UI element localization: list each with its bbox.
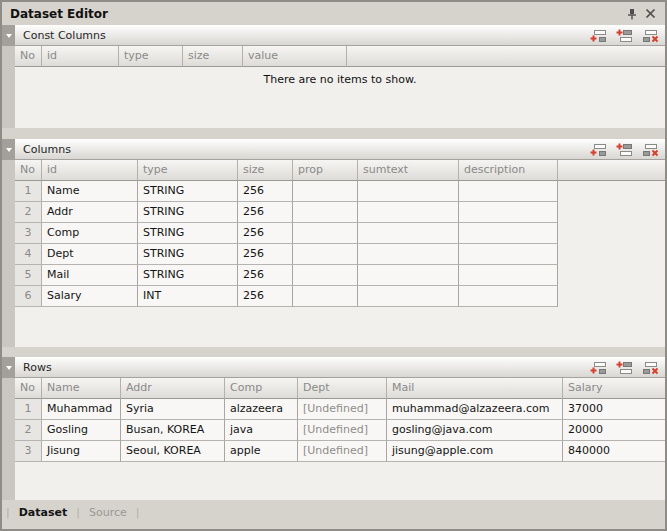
table-row[interactable]: 2 Gosling Busan, KOREA java [Undefined] … <box>15 420 665 441</box>
columns-header: Columns <box>15 139 665 160</box>
name-cell: Gosling <box>42 420 121 441</box>
salary-cell: 840000 <box>563 441 665 462</box>
rows-table-header: No Name Addr Comp Dept Mail Salary <box>15 378 665 399</box>
add-row-icon[interactable] <box>590 361 607 375</box>
tab-separator: | <box>76 506 80 519</box>
dept-cell: [Undefined] <box>298 399 387 420</box>
column-header: description <box>459 160 558 181</box>
id-cell: Name <box>42 181 138 202</box>
const-columns-header: Const Columns <box>15 25 665 46</box>
column-header-filler <box>347 46 665 67</box>
table-row[interactable]: 4 Dept STRING 256 <box>15 244 665 265</box>
collapse-arrow-icon[interactable] <box>2 139 15 160</box>
tab-dataset[interactable]: Dataset <box>19 506 68 519</box>
column-header: Name <box>42 378 121 399</box>
comp-cell: apple <box>225 441 298 462</box>
column-header: Mail <box>387 378 563 399</box>
type-cell: INT <box>138 286 238 307</box>
pin-icon[interactable] <box>623 6 641 22</box>
rows-gutter <box>2 357 15 500</box>
columns-section: Columns <box>2 139 665 347</box>
prop-cell <box>293 223 358 244</box>
rows-table-body: 1 Muhammad Syria alzazeera [Undefined] m… <box>15 399 665 500</box>
sumtext-cell <box>358 223 459 244</box>
size-cell: 256 <box>238 181 293 202</box>
description-cell <box>459 223 558 244</box>
salary-cell: 20000 <box>563 420 665 441</box>
size-cell: 256 <box>238 244 293 265</box>
titlebar: Dataset Editor <box>2 2 665 25</box>
addr-cell: Busan, KOREA <box>121 420 225 441</box>
row-number-cell: 3 <box>15 441 42 462</box>
delete-row-icon[interactable] <box>642 143 659 157</box>
table-row[interactable]: 2 Addr STRING 256 <box>15 202 665 223</box>
collapse-arrow-icon[interactable] <box>2 357 15 378</box>
tab-source[interactable]: Source <box>89 506 127 519</box>
row-number-cell: 6 <box>15 286 42 307</box>
column-header: value <box>243 46 347 67</box>
dept-cell: [Undefined] <box>298 420 387 441</box>
column-header: id <box>42 46 119 67</box>
size-cell: 256 <box>238 202 293 223</box>
section-gap <box>2 347 665 357</box>
add-row-icon[interactable] <box>590 29 607 43</box>
tab-separator: | <box>136 506 140 519</box>
insert-row-icon[interactable] <box>616 143 633 157</box>
description-cell <box>459 202 558 223</box>
columns-table-body: 1 Name STRING 256 2 Addr STRING 256 <box>15 181 665 347</box>
column-header-filler <box>558 160 665 181</box>
column-header: Comp <box>225 378 298 399</box>
tab-separator: | <box>6 506 10 519</box>
row-number-cell: 2 <box>15 202 42 223</box>
id-cell: Mail <box>42 265 138 286</box>
column-header: No <box>15 378 42 399</box>
salary-cell: 37000 <box>563 399 665 420</box>
const-columns-section: Const Columns <box>2 25 665 128</box>
sumtext-cell <box>358 244 459 265</box>
table-row[interactable]: 3 Comp STRING 256 <box>15 223 665 244</box>
delete-row-icon[interactable] <box>642 361 659 375</box>
dataset-editor-panel: Dataset Editor Const Columns <box>0 0 667 531</box>
window-title: Dataset Editor <box>10 7 623 21</box>
row-number-cell: 4 <box>15 244 42 265</box>
insert-row-icon[interactable] <box>616 29 633 43</box>
table-row[interactable]: 6 Salary INT 256 <box>15 286 665 307</box>
mail-cell: gosling@java.com <box>387 420 563 441</box>
comp-cell: alzazeera <box>225 399 298 420</box>
rows-section: Rows <box>2 357 665 500</box>
size-cell: 256 <box>238 286 293 307</box>
column-header: prop <box>293 160 358 181</box>
type-cell: STRING <box>138 265 238 286</box>
insert-row-icon[interactable] <box>616 361 633 375</box>
table-row[interactable]: 1 Muhammad Syria alzazeera [Undefined] m… <box>15 399 665 420</box>
name-cell: Jisung <box>42 441 121 462</box>
sumtext-cell <box>358 265 459 286</box>
table-row[interactable]: 1 Name STRING 256 <box>15 181 665 202</box>
footer-tab-bar: | Dataset | Source | <box>2 500 665 529</box>
column-header: Salary <box>563 378 665 399</box>
column-header: size <box>238 160 293 181</box>
prop-cell <box>293 202 358 223</box>
add-row-icon[interactable] <box>590 143 607 157</box>
row-number-cell: 1 <box>15 399 42 420</box>
id-cell: Salary <box>42 286 138 307</box>
row-number-cell: 1 <box>15 181 42 202</box>
addr-cell: Syria <box>121 399 225 420</box>
comp-cell: java <box>225 420 298 441</box>
sumtext-cell <box>358 202 459 223</box>
description-cell <box>459 286 558 307</box>
rows-header: Rows <box>15 357 665 378</box>
table-row[interactable]: 5 Mail STRING 256 <box>15 265 665 286</box>
delete-row-icon[interactable] <box>642 29 659 43</box>
const-columns-gutter <box>2 25 15 128</box>
column-header: sumtext <box>358 160 459 181</box>
column-header: size <box>183 46 243 67</box>
const-columns-table-body: There are no items to show. <box>15 67 665 128</box>
close-icon[interactable] <box>641 6 659 22</box>
section-title: Columns <box>23 143 590 156</box>
column-header: No <box>15 160 42 181</box>
collapse-arrow-icon[interactable] <box>2 25 15 46</box>
column-header: type <box>119 46 183 67</box>
table-row[interactable]: 3 Jisung Seoul, KOREA apple [Undefined] … <box>15 441 665 462</box>
description-cell <box>459 181 558 202</box>
